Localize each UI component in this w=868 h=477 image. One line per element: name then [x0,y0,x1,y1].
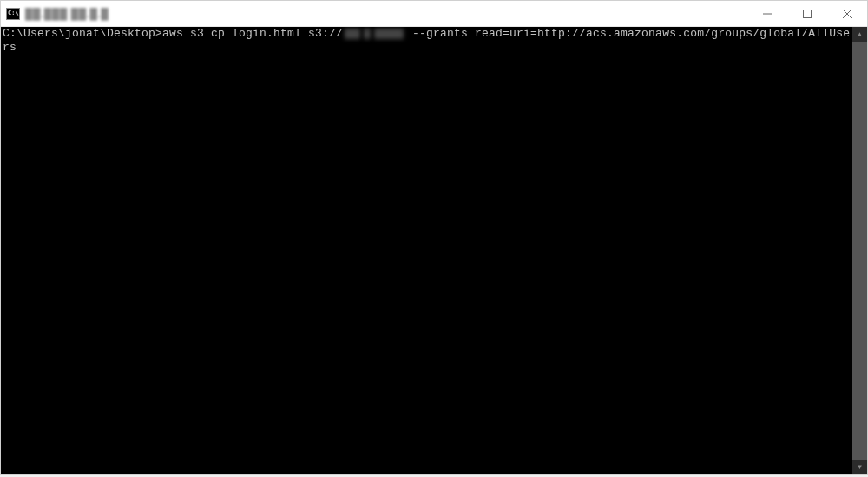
terminal-content: C:\Users\jonat\Desktop>aws s3 cp login.h… [1,27,867,55]
command-wrap: rs [3,41,16,54]
svg-rect-1 [804,10,812,17]
window-title: ██.███ ██.█.█ [25,8,108,20]
maximize-button[interactable] [787,1,827,26]
command-line: C:\Users\jonat\Desktop>aws s3 cp login.h… [3,27,867,41]
command-prompt-window: C:\ ██.███ ██.█.█ C:\Users\jonat\Desktop… [0,0,868,475]
close-button[interactable] [827,1,867,26]
prompt-text: C:\Users\jonat\Desktop> [3,27,162,40]
redacted-bucket-part-3 [374,29,404,39]
window-controls [747,1,867,26]
minimize-button[interactable] [747,1,787,26]
scroll-thumb[interactable] [852,42,867,460]
titlebar[interactable]: C:\ ██.███ ██.█.█ [1,1,867,27]
titlebar-left: C:\ ██.███ ██.█.█ [1,8,108,20]
command-text-2: --grants read=uri=http://acs.amazonaws.c… [405,27,850,40]
redacted-bucket-part-2 [364,29,371,39]
terminal-area[interactable]: C:\Users\jonat\Desktop>aws s3 cp login.h… [1,27,867,474]
cmd-icon: C:\ [6,8,20,20]
vertical-scrollbar[interactable]: ▲ ▼ [852,27,867,474]
command-text-1: aws s3 cp login.html s3:// [162,27,343,40]
redacted-bucket-part-1 [345,29,360,39]
scroll-down-button[interactable]: ▼ [852,460,867,474]
scroll-up-button[interactable]: ▲ [852,27,867,42]
